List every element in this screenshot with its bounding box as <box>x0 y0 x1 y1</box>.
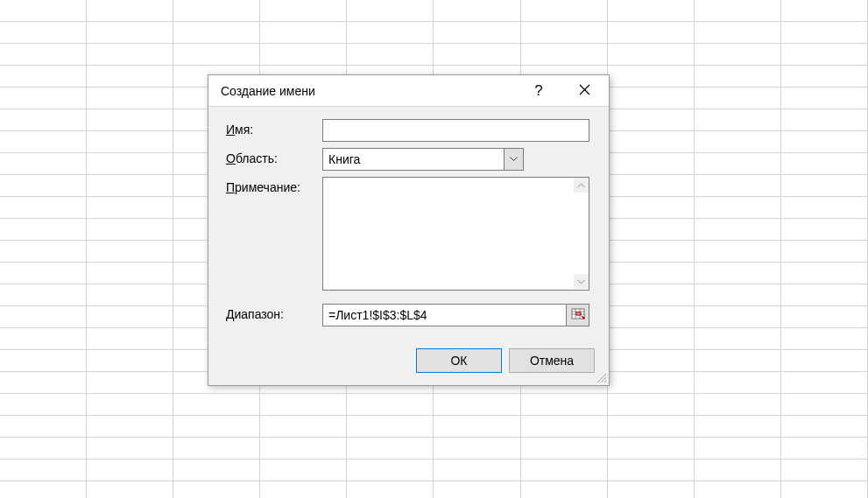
cell[interactable] <box>87 372 173 394</box>
cell[interactable] <box>521 438 608 459</box>
cell[interactable] <box>608 438 695 459</box>
cell[interactable] <box>781 459 868 481</box>
cell[interactable] <box>87 175 173 197</box>
cell[interactable] <box>0 44 87 66</box>
cell[interactable] <box>434 44 520 66</box>
range-input[interactable] <box>322 304 567 326</box>
cell[interactable] <box>173 44 260 66</box>
cell[interactable] <box>0 88 87 109</box>
cell[interactable] <box>87 394 173 416</box>
cell[interactable] <box>87 284 173 306</box>
cell[interactable] <box>0 219 87 241</box>
cell[interactable] <box>695 219 781 241</box>
cell[interactable] <box>87 438 173 459</box>
cell[interactable] <box>0 109 87 131</box>
cell[interactable] <box>608 459 695 481</box>
cell[interactable] <box>87 306 173 328</box>
cell[interactable] <box>781 131 868 153</box>
cell[interactable] <box>521 44 608 66</box>
cell[interactable] <box>173 416 260 438</box>
cell[interactable] <box>521 394 608 416</box>
cell[interactable] <box>781 153 868 175</box>
cell[interactable] <box>347 22 434 44</box>
cell[interactable] <box>87 0 173 22</box>
cell[interactable] <box>695 459 781 481</box>
cell[interactable] <box>608 481 695 498</box>
cell[interactable] <box>695 372 781 394</box>
cell[interactable] <box>608 88 695 109</box>
cell[interactable] <box>695 66 781 88</box>
cell[interactable] <box>434 416 520 438</box>
cell[interactable] <box>173 394 260 416</box>
cell[interactable] <box>347 459 434 481</box>
cell[interactable] <box>608 241 695 263</box>
cell[interactable] <box>695 328 781 350</box>
cell[interactable] <box>781 241 868 263</box>
cell[interactable] <box>0 394 87 416</box>
cell[interactable] <box>781 438 868 459</box>
cell[interactable] <box>781 88 868 109</box>
close-button[interactable] <box>561 76 607 106</box>
cell[interactable] <box>173 22 260 44</box>
cell[interactable] <box>695 438 781 459</box>
cell[interactable] <box>781 284 868 306</box>
cell[interactable] <box>87 22 173 44</box>
cell[interactable] <box>695 109 781 131</box>
cell[interactable] <box>695 175 781 197</box>
help-button[interactable]: ? <box>516 76 561 106</box>
cell[interactable] <box>0 306 87 328</box>
cancel-button[interactable]: Отмена <box>509 348 595 373</box>
cell[interactable] <box>434 438 520 459</box>
cell[interactable] <box>608 350 695 372</box>
cell[interactable] <box>521 459 608 481</box>
cell[interactable] <box>608 66 695 88</box>
scope-select[interactable]: Книга <box>322 148 524 171</box>
cell[interactable] <box>521 416 608 438</box>
cell[interactable] <box>260 481 347 498</box>
cell[interactable] <box>0 153 87 175</box>
cell[interactable] <box>87 416 173 438</box>
cell[interactable] <box>347 416 434 438</box>
cell[interactable] <box>695 22 781 44</box>
cell[interactable] <box>608 394 695 416</box>
cell[interactable] <box>695 241 781 263</box>
cell[interactable] <box>87 131 173 153</box>
cell[interactable] <box>695 263 781 284</box>
cell[interactable] <box>695 0 781 22</box>
cell[interactable] <box>87 44 173 66</box>
cell[interactable] <box>87 350 173 372</box>
cell[interactable] <box>173 438 260 459</box>
cell[interactable] <box>781 109 868 131</box>
cell[interactable] <box>87 197 173 219</box>
cell[interactable] <box>608 284 695 306</box>
cell[interactable] <box>260 394 347 416</box>
cell[interactable] <box>87 459 173 481</box>
cell[interactable] <box>695 306 781 328</box>
cell[interactable] <box>347 438 434 459</box>
cell[interactable] <box>260 22 347 44</box>
cell[interactable] <box>0 350 87 372</box>
cell[interactable] <box>173 481 260 498</box>
cell[interactable] <box>173 459 260 481</box>
cell[interactable] <box>695 350 781 372</box>
cell[interactable] <box>608 263 695 284</box>
cell[interactable] <box>608 109 695 131</box>
cell[interactable] <box>434 22 520 44</box>
cell[interactable] <box>260 438 347 459</box>
cell[interactable] <box>434 481 520 498</box>
cell[interactable] <box>781 328 868 350</box>
cell[interactable] <box>434 0 520 22</box>
cell[interactable] <box>608 416 695 438</box>
cell[interactable] <box>0 416 87 438</box>
cell[interactable] <box>347 394 434 416</box>
cell[interactable] <box>87 109 173 131</box>
cell[interactable] <box>695 88 781 109</box>
cell[interactable] <box>0 241 87 263</box>
cell[interactable] <box>87 328 173 350</box>
cell[interactable] <box>87 153 173 175</box>
cell[interactable] <box>0 481 87 498</box>
cell[interactable] <box>781 66 868 88</box>
cell[interactable] <box>781 0 868 22</box>
cell[interactable] <box>695 197 781 219</box>
cell[interactable] <box>87 219 173 241</box>
